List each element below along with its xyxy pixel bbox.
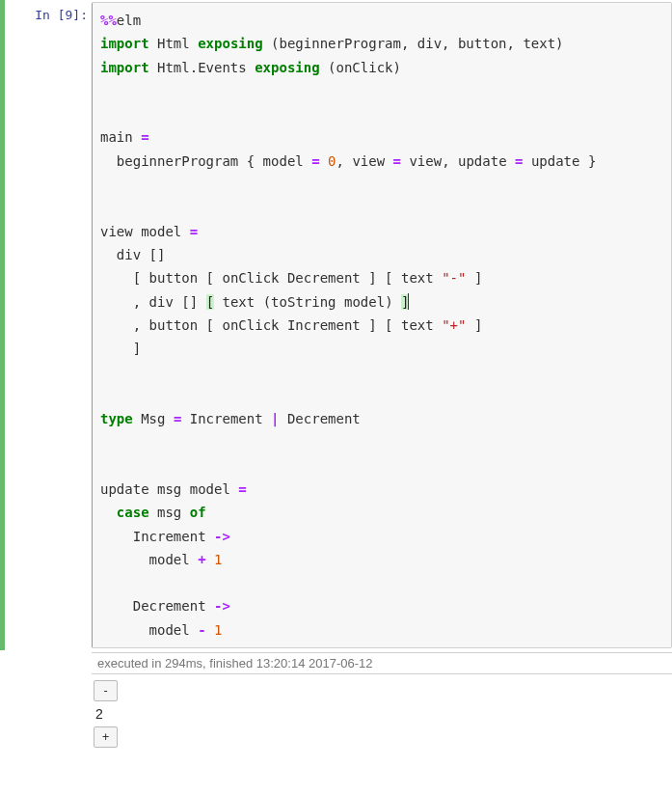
- magic-percent: %%: [100, 13, 117, 28]
- text-cursor: [408, 293, 409, 310]
- lbracket: [: [385, 270, 392, 286]
- fn-text: text: [223, 294, 255, 310]
- brace-open: {: [247, 153, 255, 169]
- lbracket: [: [181, 294, 189, 310]
- kw-exposing: exposing: [255, 60, 319, 75]
- elm-app-output: - 2 +: [92, 674, 672, 753]
- fn-text: text: [401, 317, 434, 333]
- rbracket: ]: [157, 247, 165, 262]
- pattern-decrement: Decrement: [133, 598, 206, 614]
- comma: ,: [336, 153, 344, 169]
- op-equals: =: [515, 153, 523, 169]
- op-minus: -: [198, 622, 205, 638]
- lbracket: [: [385, 317, 392, 333]
- rbracket: ]: [474, 317, 482, 333]
- magic-lang: elm: [117, 13, 141, 28]
- var-model: model: [149, 552, 190, 567]
- kw-exposing: exposing: [198, 36, 262, 51]
- op-equals: =: [311, 153, 319, 169]
- op-arrow: ->: [214, 598, 230, 614]
- op-equals: =: [141, 129, 148, 145]
- rbracket: ]: [133, 341, 141, 356]
- var-view: view: [409, 153, 442, 169]
- fn-div: div: [149, 294, 174, 310]
- op-plus: +: [198, 552, 205, 567]
- paren-close: ): [555, 36, 563, 51]
- fn-onclick: onClick: [222, 270, 279, 286]
- def-main: main: [100, 129, 133, 145]
- var-msg: msg: [157, 505, 181, 520]
- comma: ,: [442, 153, 449, 169]
- output-area: executed in 294ms, finished 13:20:14 201…: [92, 652, 672, 753]
- code-content[interactable]: %%elm import Html exposing (beginnerProg…: [93, 3, 671, 647]
- kw-of: of: [190, 505, 206, 520]
- lit-zero: 0: [328, 153, 336, 169]
- ctor-increment: Increment: [190, 411, 263, 426]
- str-minus: "-": [442, 270, 466, 286]
- kw-type: type: [100, 411, 133, 426]
- code-editor[interactable]: %%elm import Html exposing (beginnerProg…: [92, 2, 672, 648]
- comma: ,: [133, 317, 141, 333]
- var-model: model: [149, 622, 190, 638]
- ctor-decrement: Decrement: [287, 411, 361, 426]
- fn-beginnerprogram: beginnerProgram: [117, 153, 238, 169]
- pattern-increment: Increment: [133, 529, 206, 544]
- rbracket: ]: [190, 294, 198, 310]
- fn-div: div: [117, 247, 141, 262]
- decrement-button[interactable]: -: [94, 680, 118, 701]
- rbracket: ]: [474, 270, 482, 286]
- counter-value: 2: [94, 703, 672, 725]
- type-msg: Msg: [141, 411, 165, 426]
- arg-msg: msg: [157, 481, 181, 497]
- op-equals: =: [174, 411, 181, 426]
- op-equals: =: [238, 481, 246, 497]
- arg-model: model: [141, 224, 181, 239]
- def-update: update: [100, 481, 149, 497]
- expose-item: text: [523, 36, 555, 51]
- fn-text: text: [401, 270, 434, 286]
- comma: ,: [133, 294, 141, 310]
- op-equals: =: [190, 224, 198, 239]
- lbracket: [: [206, 270, 214, 286]
- lbracket: [: [206, 317, 214, 333]
- def-view: view: [100, 224, 133, 239]
- fn-button: button: [149, 317, 199, 333]
- field-update: update: [458, 153, 507, 169]
- msg-decrement: Decrement: [287, 270, 361, 286]
- expose-item: beginnerProgram: [279, 36, 400, 51]
- paren-close: ): [385, 294, 392, 310]
- lit-one: 1: [214, 552, 222, 567]
- rbracket: ]: [368, 270, 376, 286]
- paren-close: ): [393, 60, 401, 75]
- increment-button[interactable]: +: [94, 726, 118, 748]
- expose-item: div: [417, 36, 442, 51]
- lit-one: 1: [214, 622, 222, 638]
- execution-meta: executed in 294ms, finished 13:20:14 201…: [92, 652, 672, 674]
- msg-increment: Increment: [287, 317, 361, 333]
- fn-button: button: [149, 270, 199, 286]
- mod-html-events: Html.Events: [157, 60, 247, 75]
- brace-close: }: [588, 153, 596, 169]
- op-arrow: ->: [214, 529, 230, 544]
- lbracket: [: [133, 270, 141, 286]
- fn-onclick: onClick: [222, 317, 279, 333]
- code-cell: In [9]: %%elm import Html exposing (begi…: [0, 0, 672, 650]
- op-equals: =: [393, 153, 401, 169]
- fn-tostring: toString: [271, 294, 336, 310]
- expose-item: button: [458, 36, 507, 51]
- var-model: model: [344, 294, 385, 310]
- input-prompt: In [9]:: [5, 2, 92, 648]
- kw-import: import: [100, 60, 149, 75]
- matched-lbracket: [: [206, 294, 214, 310]
- str-plus: "+": [442, 317, 466, 333]
- kw-case: case: [117, 505, 149, 520]
- lbracket: [: [149, 247, 157, 262]
- field-model: model: [263, 153, 304, 169]
- arg-model: model: [190, 481, 230, 497]
- expose-item: onClick: [336, 60, 392, 75]
- mod-html: Html: [157, 36, 190, 51]
- paren-open: (: [263, 294, 271, 310]
- op-pipe: |: [271, 411, 279, 426]
- rbracket: ]: [368, 317, 376, 333]
- kw-import: import: [100, 36, 149, 51]
